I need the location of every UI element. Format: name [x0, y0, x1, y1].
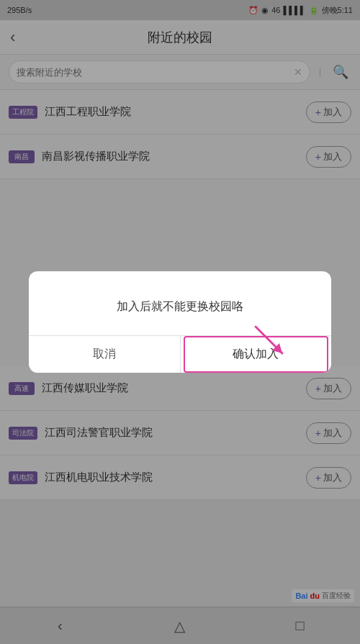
arrow-icon: [252, 323, 288, 359]
dialog-message: 加入后就不能更换校园咯: [117, 300, 243, 312]
dialog: 加入后就不能更换校园咯 取消 确认加入: [29, 271, 331, 373]
modal-overlay: 加入后就不能更换校园咯 取消 确认加入: [0, 0, 360, 644]
dialog-content: 加入后就不能更换校园咯: [29, 271, 331, 336]
cancel-button[interactable]: 取消: [29, 336, 181, 373]
